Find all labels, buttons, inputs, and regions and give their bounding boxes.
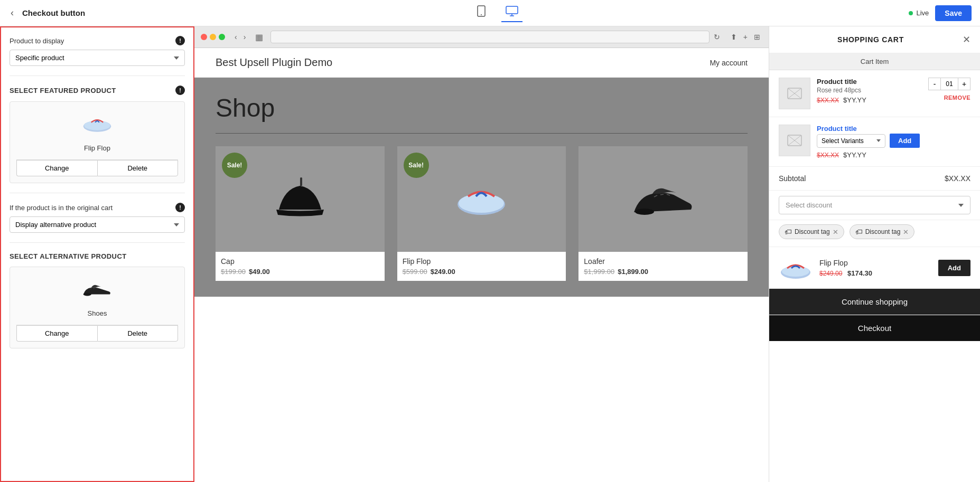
cart-close-button[interactable]: ✕ xyxy=(963,34,970,45)
if-in-cart-info-icon[interactable]: ! xyxy=(175,203,185,212)
featured-product-actions: Change Delete xyxy=(16,159,178,176)
browser-share-btn[interactable]: ⬆ xyxy=(729,32,739,42)
alternative-product-image xyxy=(79,273,116,305)
browser-bookmark-btn[interactable]: + xyxy=(741,32,750,42)
cap-info: Cap $199.00$49.00 xyxy=(216,252,385,281)
desktop-preview-icon[interactable] xyxy=(501,4,522,22)
browser-traffic-lights xyxy=(201,34,225,40)
cart-item-1-image xyxy=(779,78,810,109)
qty-decrease-btn[interactable]: - xyxy=(928,78,941,90)
svg-point-4 xyxy=(84,120,110,130)
cart-item-1-new-price: $YY.YY xyxy=(843,96,866,104)
cart-item-2-add-btn[interactable]: Add xyxy=(890,134,920,148)
flipflop-price: $599.00$249.00 xyxy=(403,268,561,276)
browser-chrome: ‹ › ▦ ↻ ⬆ + ⊞ xyxy=(194,26,769,48)
tag-1-icon: 🏷 xyxy=(785,228,792,236)
if-in-cart-label: If the product is in the original cart xyxy=(10,204,113,212)
shop-my-account[interactable]: My account xyxy=(710,59,748,67)
shop-page: Best Upsell Plugin Demo My account Shop … xyxy=(194,48,769,482)
back-button[interactable]: ‹ xyxy=(8,5,16,21)
loafer-info: Loafer $1,999.00$1,899.00 xyxy=(578,252,748,281)
checkout-button[interactable]: Checkout xyxy=(769,315,980,341)
featured-product-info-icon[interactable]: ! xyxy=(175,86,185,95)
browser-more-btn[interactable]: ⊞ xyxy=(752,32,762,42)
loafer-price: $1,999.00$1,899.00 xyxy=(584,268,742,276)
product-flipflop: Sale! Flip Flop xyxy=(397,146,566,281)
cart-item-2-image xyxy=(779,125,810,156)
close-traffic-light[interactable] xyxy=(201,34,207,40)
cart-item-1: Product title Rose red 48pcs $XX.XX $YY.… xyxy=(769,70,980,117)
loafer-image xyxy=(578,146,748,252)
alternative-product-actions: Change Delete xyxy=(16,325,178,342)
featured-change-button[interactable]: Change xyxy=(16,160,97,176)
live-indicator: Live xyxy=(909,9,929,17)
cart-subtotal-row: Subtotal $XX.XX xyxy=(769,167,980,191)
tag-2-label: Discount tag xyxy=(865,228,901,235)
cart-item-2-title: Product title xyxy=(817,125,970,133)
qty-value: 01 xyxy=(941,78,958,90)
browser-forward-btn[interactable]: › xyxy=(241,32,248,42)
display-alternative-select[interactable]: Display alternative product xyxy=(10,216,185,233)
cart-item-2-new-price: $YY.YY xyxy=(843,151,866,159)
continue-shopping-button[interactable]: Continue shopping xyxy=(769,289,980,315)
tag-1-label: Discount tag xyxy=(795,228,830,235)
upsell-item-name: Flip Flop xyxy=(819,259,932,267)
tag-1-remove[interactable]: ✕ xyxy=(833,228,838,236)
svg-rect-2 xyxy=(506,6,518,14)
alternative-delete-button[interactable]: Delete xyxy=(97,325,179,342)
cap-price: $199.00$49.00 xyxy=(221,268,379,276)
topbar: ‹ Checkout button Live Save xyxy=(0,0,980,26)
alternative-product-card: Shoes Change Delete xyxy=(10,267,185,348)
tag-2-remove[interactable]: ✕ xyxy=(903,228,909,236)
svg-point-1 xyxy=(481,14,482,15)
left-panel: Product to display ! Specific product SE… xyxy=(0,26,194,482)
upsell-item-price: $249.00 $174.30 xyxy=(819,269,932,277)
product-to-display-select[interactable]: Specific product xyxy=(10,50,185,66)
subtotal-label: Subtotal xyxy=(779,174,806,183)
cart-item-2-add-row: Select Variants Add xyxy=(817,134,970,148)
browser-back-btn[interactable]: ‹ xyxy=(232,32,239,42)
discount-tag-1[interactable]: 🏷 Discount tag ✕ xyxy=(779,224,844,239)
product-loafer: Loafer $1,999.00$1,899.00 xyxy=(578,146,748,281)
flipflop-image: Sale! xyxy=(397,146,566,252)
cart-item-1-title: Product title xyxy=(817,78,922,86)
svg-point-7 xyxy=(459,194,504,213)
product-to-display-label: Product to display xyxy=(10,37,64,45)
live-label: Live xyxy=(916,9,929,17)
browser-sidebar-btn[interactable]: ▦ xyxy=(252,31,266,43)
svg-point-12 xyxy=(782,266,809,277)
minimize-traffic-light[interactable] xyxy=(210,34,216,40)
shop-header: Best Upsell Plugin Demo My account xyxy=(194,48,769,78)
flipflop-info: Flip Flop $599.00$249.00 xyxy=(397,252,566,281)
shop-site-title: Best Upsell Plugin Demo xyxy=(216,56,332,69)
mobile-preview-icon[interactable] xyxy=(472,3,491,23)
variant-select[interactable]: Select Variants xyxy=(817,134,885,148)
upsell-add-btn[interactable]: Add xyxy=(938,260,970,276)
alternative-change-button[interactable]: Change xyxy=(16,325,97,342)
cart-header: SHOPPING CART ✕ xyxy=(769,26,980,53)
qty-increase-btn[interactable]: + xyxy=(958,78,970,90)
upsell-old-price: $249.00 xyxy=(819,270,842,277)
discount-tag-2[interactable]: 🏷 Discount tag ✕ xyxy=(850,224,915,239)
featured-delete-button[interactable]: Delete xyxy=(97,160,179,176)
loafer-name: Loafer xyxy=(584,257,742,266)
browser-content: Best Upsell Plugin Demo My account Shop … xyxy=(194,48,769,482)
discount-select[interactable]: Select discount xyxy=(779,196,970,214)
featured-product-heading-row: SELECT FEATURED PRODUCT ! xyxy=(10,86,185,95)
cart-discount-section: Select discount xyxy=(769,191,980,220)
shopping-cart-panel: SHOPPING CART ✕ Cart Item Product title … xyxy=(769,26,980,482)
browser-refresh-btn[interactable]: ↻ xyxy=(714,33,720,41)
product-to-display-info-icon[interactable]: ! xyxy=(175,36,185,45)
maximize-traffic-light[interactable] xyxy=(219,34,225,40)
featured-product-heading: SELECT FEATURED PRODUCT xyxy=(10,87,116,94)
cart-item-2: Product title Select Variants Add $XX.XX… xyxy=(769,117,980,167)
if-in-cart-row: If the product is in the original cart ! xyxy=(10,203,185,212)
save-button[interactable]: Save xyxy=(935,5,972,21)
featured-product-card: Flip Flop Change Delete xyxy=(10,101,185,183)
tag-2-icon: 🏷 xyxy=(855,228,863,236)
browser-url-bar[interactable] xyxy=(270,31,709,43)
cart-item-1-qty: - 01 + xyxy=(928,78,970,90)
browser-extra-actions: ⬆ + ⊞ xyxy=(729,32,762,42)
svg-point-8 xyxy=(635,209,654,215)
cart-item-1-remove[interactable]: REMOVE xyxy=(944,94,970,101)
